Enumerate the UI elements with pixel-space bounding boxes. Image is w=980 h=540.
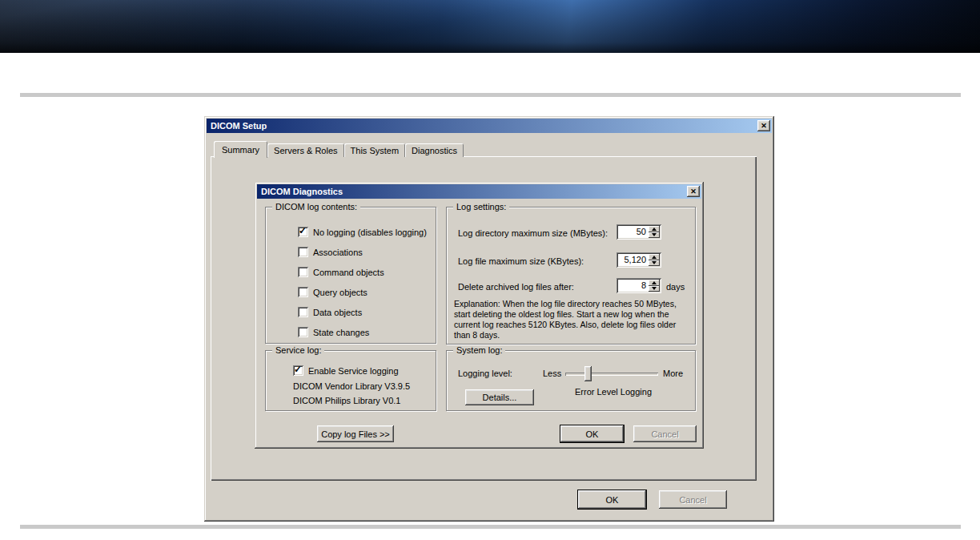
field-value: 8 [641,280,646,290]
spin-up-icon[interactable] [649,280,660,286]
group-legend: DICOM log contents: [272,202,360,212]
checkbox-label: Query objects [313,288,368,297]
days-suffix-label: days [666,282,685,292]
field-value: 50 [637,227,646,236]
checkbox-label: Data objects [313,308,362,317]
checkbox-label: State changes [313,328,369,337]
system-log-group: System log: Logging level: Less More Det… [446,350,696,411]
log-settings-explanation: Explanation: When the log file directory… [454,299,691,341]
delete-archived-logs-label: Delete archived log files after: [458,282,574,292]
command-objects-checkbox[interactable] [298,267,308,277]
enable-service-logging-row: Enable Service logging [293,365,399,376]
dicom-vendor-library-version: DICOM Vendor Library V3.9.5 [293,381,410,391]
setup-tab-strip: Summary Servers & Roles This System Diag… [214,140,464,157]
spin-down-icon[interactable] [649,232,660,239]
spinner [649,226,660,238]
log-settings-group: Log settings: Log directory maximum size… [446,207,696,345]
checkbox-label: Enable Service logging [308,366,399,376]
checkbox-label: Command objects [313,268,384,277]
checkbox-label: Associations [313,248,363,257]
divider-bottom [20,525,961,529]
enable-service-logging-checkbox[interactable] [293,365,303,376]
setup-cancel-button[interactable]: Cancel [659,490,727,509]
dicom-diagnostics-dialog: DICOM Diagnostics ✕ DICOM log contents: … [255,182,704,449]
spin-up-icon[interactable] [649,226,660,232]
spinner [649,254,660,266]
screen: DICOM Setup ✕ Summary Servers & Roles Th… [0,0,980,540]
command-objects-row: Command objects [298,267,384,277]
details-button[interactable]: Details... [465,389,534,405]
delete-archived-logs-field[interactable]: 8 [617,278,661,293]
setup-ok-button[interactable]: OK [578,490,646,509]
service-log-group: Service log: Enable Service logging DICO… [265,350,436,411]
top-banner [0,0,980,53]
tab-label: This System [351,146,400,155]
setup-title-bar[interactable]: DICOM Setup ✕ [207,119,772,133]
state-changes-checkbox[interactable] [298,327,308,337]
tab-label: Diagnostics [412,146,457,155]
group-legend: System log: [453,345,505,355]
query-objects-checkbox[interactable] [298,287,308,297]
logging-level-label: Logging level: [458,369,512,378]
setup-dialog-title: DICOM Setup [211,121,267,131]
close-icon: ✕ [690,188,697,195]
no-logging-checkbox[interactable] [298,227,308,237]
spin-down-icon[interactable] [649,286,660,292]
query-objects-row: Query objects [298,287,368,297]
spin-up-icon[interactable] [649,254,660,260]
logging-level-slider[interactable] [565,373,658,376]
dicom-log-contents-group: DICOM log contents: No logging (disables… [265,207,436,344]
slider-less-label: Less [543,369,561,378]
spinner [649,280,660,292]
copy-log-files-button[interactable]: Copy log Files >> [317,425,394,442]
group-legend: Log settings: [453,202,509,212]
tab-label: Summary [222,145,259,155]
slider-more-label: More [663,369,683,378]
diagnostics-title-bar[interactable]: DICOM Diagnostics ✕ [257,184,701,199]
associations-row: Associations [298,247,363,257]
slider-thumb[interactable] [584,366,592,381]
divider-top [20,93,961,97]
log-file-max-size-field[interactable]: 5,120 [617,252,661,268]
setup-close-button[interactable]: ✕ [757,120,770,131]
tab-summary[interactable]: Summary [214,141,267,158]
close-icon: ✕ [761,123,767,130]
data-objects-row: Data objects [298,307,362,317]
log-directory-max-size-field[interactable]: 50 [617,224,661,240]
data-objects-checkbox[interactable] [298,307,308,317]
tab-label: Servers & Roles [274,146,337,155]
tab-this-system[interactable]: This System [344,143,406,157]
diagnostics-ok-button[interactable]: OK [560,425,624,442]
diagnostics-dialog-title: DICOM Diagnostics [261,187,343,196]
field-value: 5,120 [624,255,646,264]
checkbox-label: No logging (disables logging) [313,228,427,237]
tab-servers-roles[interactable]: Servers & Roles [267,143,343,157]
dicom-philips-library-version: DICOM Philips Library V0.1 [293,396,401,405]
spin-down-icon[interactable] [649,260,660,267]
diagnostics-close-button[interactable]: ✕ [687,186,700,197]
associations-checkbox[interactable] [298,247,308,257]
state-changes-row: State changes [298,327,369,337]
log-file-max-size-label: Log file maximum size (KBytes): [458,256,584,266]
tab-diagnostics[interactable]: Diagnostics [405,143,464,157]
log-directory-max-size-label: Log directory maximum size (MBytes): [458,228,608,238]
logging-level-status-text: Error Level Logging [575,387,652,397]
group-legend: Service log: [272,345,324,355]
no-logging-row: No logging (disables logging) [298,227,427,237]
diagnostics-cancel-button[interactable]: Cancel [633,425,697,442]
